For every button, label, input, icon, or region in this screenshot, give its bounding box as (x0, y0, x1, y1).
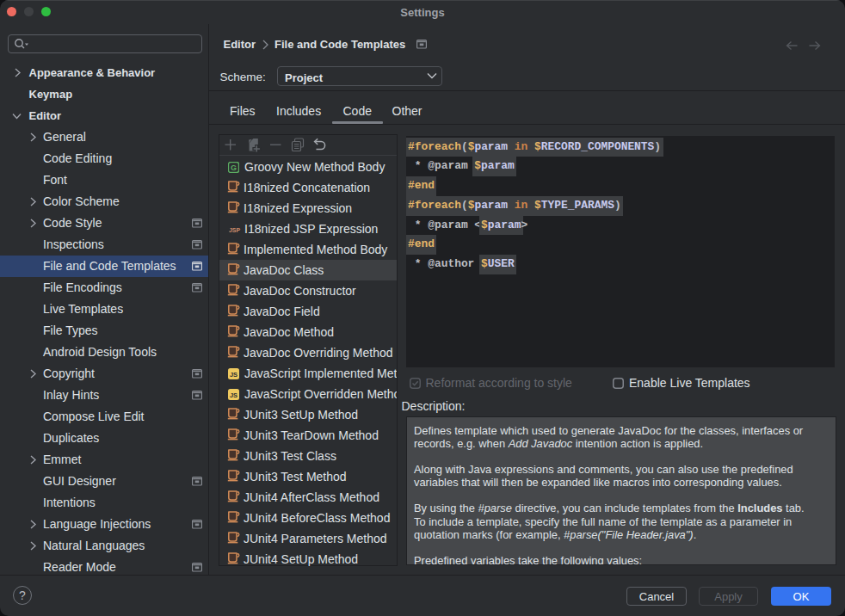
svg-text:JS: JS (230, 391, 237, 398)
svg-text:JS: JS (230, 370, 237, 378)
svg-text:JSP: JSP (229, 226, 241, 232)
svg-text:G: G (231, 163, 237, 171)
